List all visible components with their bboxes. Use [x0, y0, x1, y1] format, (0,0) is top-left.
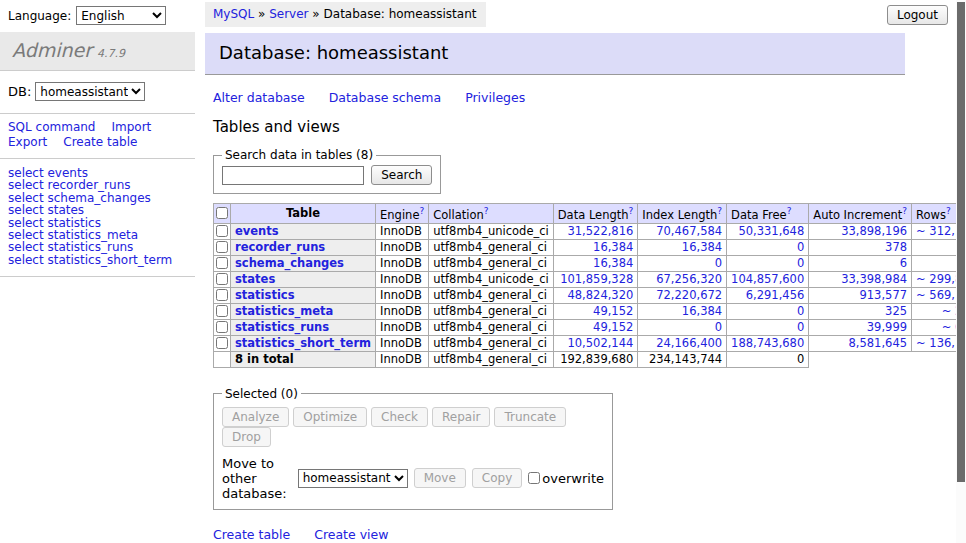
index-length-link[interactable]: 0 — [715, 320, 722, 334]
sidebar-action-import[interactable]: Import — [111, 120, 151, 134]
alter-database-link[interactable]: Alter database — [213, 90, 305, 105]
data-length-link[interactable]: 49,152 — [593, 304, 633, 318]
data-length-link[interactable]: 10,502,144 — [567, 336, 633, 350]
table-name-link-schema-changes[interactable]: schema_changes — [235, 256, 344, 270]
logout-button[interactable]: Logout — [887, 5, 948, 25]
analyze-button[interactable]: Analyze — [222, 407, 289, 427]
column-help-link[interactable]: ? — [946, 206, 951, 216]
breadcrumb-item-server[interactable]: Server — [269, 7, 308, 21]
sidebar-action-sql-command[interactable]: SQL command — [8, 120, 95, 134]
data-free-link[interactable]: 0 — [797, 256, 804, 270]
repair-button[interactable]: Repair — [432, 407, 490, 427]
scrollbar[interactable] — [956, 0, 966, 543]
sidebar-item-select-states[interactable]: select states — [8, 204, 187, 216]
sidebar-action-export[interactable]: Export — [8, 135, 47, 149]
search-input[interactable] — [222, 166, 364, 185]
index-length-link[interactable]: 16,384 — [682, 240, 722, 254]
sidebar-action-create-table[interactable]: Create table — [63, 135, 137, 149]
collation-cell: utf8mb4_general_ci — [429, 303, 554, 319]
data-free-link[interactable]: 188,743,680 — [731, 336, 804, 350]
column-help-link[interactable]: ? — [484, 206, 489, 216]
move-db-select[interactable]: homeassistant — [298, 469, 408, 488]
search-button[interactable]: Search — [371, 165, 432, 185]
create-view-link[interactable]: Create view — [314, 527, 388, 542]
sidebar-item-select-statistics-runs[interactable]: select statistics_runs — [8, 241, 187, 253]
collation-cell: utf8mb4_general_ci — [429, 287, 554, 303]
overwrite-checkbox[interactable] — [528, 472, 540, 484]
select-all-checkbox[interactable] — [216, 207, 228, 219]
data-length-link[interactable]: 49,152 — [593, 320, 633, 334]
index-length-link[interactable]: 67,256,320 — [656, 272, 722, 286]
table-name-link-recorder-runs[interactable]: recorder_runs — [235, 240, 325, 254]
data-free-link[interactable]: 6,291,456 — [746, 288, 805, 302]
total-label: 8 in total — [231, 351, 376, 367]
language-select[interactable]: English — [76, 6, 166, 25]
auto-increment-link[interactable]: 33,398,984 — [841, 272, 907, 286]
row-checkbox[interactable] — [216, 289, 228, 301]
data-free-cell: 0 — [727, 319, 809, 335]
column-help-link[interactable]: ? — [419, 206, 424, 216]
auto-increment-link[interactable]: 913,577 — [859, 288, 907, 302]
table-row: eventsInnoDButf8mb4_unicode_ci31,522,816… — [214, 223, 966, 239]
row-checkbox[interactable] — [216, 257, 228, 269]
column-label: Auto Increment — [813, 208, 902, 222]
table-name-link-events[interactable]: events — [235, 224, 279, 238]
sidebar-item-select-statistics-short-term[interactable]: select statistics_short_term — [8, 254, 187, 266]
data-length-link[interactable]: 101,859,328 — [560, 272, 633, 286]
index-length-link[interactable]: 70,467,584 — [656, 224, 722, 238]
data-length-cell: 48,824,320 — [553, 287, 638, 303]
index-length-link[interactable]: 16,384 — [682, 304, 722, 318]
table-name-link-statistics[interactable]: statistics — [235, 288, 295, 302]
language-row: Language: English — [0, 0, 195, 32]
table-name-link-statistics-meta[interactable]: statistics_meta — [235, 304, 333, 318]
auto-increment-link[interactable]: 8,581,645 — [849, 336, 908, 350]
row-checkbox[interactable] — [216, 305, 228, 317]
db-select[interactable]: homeassistant — [35, 82, 145, 101]
row-checkbox[interactable] — [216, 273, 228, 285]
data-free-link[interactable]: 0 — [797, 304, 804, 318]
optimize-button[interactable]: Optimize — [293, 407, 367, 427]
move-button[interactable]: Move — [414, 468, 466, 488]
index-length-link[interactable]: 24,166,400 — [656, 336, 722, 350]
sidebar-item-select-recorder-runs[interactable]: select recorder_runs — [8, 179, 187, 191]
data-free-link[interactable]: 50,331,648 — [738, 224, 804, 238]
database-schema-link[interactable]: Database schema — [329, 90, 441, 105]
data-length-link[interactable]: 16,384 — [593, 240, 633, 254]
table-name-link-states[interactable]: states — [235, 272, 275, 286]
column-help-link[interactable]: ? — [717, 206, 722, 216]
auto-increment-link[interactable]: 33,898,196 — [841, 224, 907, 238]
privileges-link[interactable]: Privileges — [465, 90, 525, 105]
check-button[interactable]: Check — [371, 407, 428, 427]
auto-increment-link[interactable]: 39,999 — [867, 320, 907, 334]
copy-button[interactable]: Copy — [472, 468, 522, 488]
truncate-button[interactable]: Truncate — [494, 407, 566, 427]
data-length-link[interactable]: 16,384 — [593, 256, 633, 270]
scrollbar-thumb[interactable] — [957, 2, 965, 482]
data-length-link[interactable]: 31,522,816 — [567, 224, 633, 238]
data-free-link[interactable]: 0 — [797, 320, 804, 334]
table-name-link-statistics-runs[interactable]: statistics_runs — [235, 320, 329, 334]
auto-increment-link[interactable]: 325 — [885, 304, 907, 318]
auto-increment-link[interactable]: 6 — [900, 256, 907, 270]
index-length-link[interactable]: 0 — [715, 256, 722, 270]
data-free-link[interactable]: 104,857,600 — [731, 272, 804, 286]
data-length-link[interactable]: 48,824,320 — [567, 288, 633, 302]
drop-button[interactable]: Drop — [222, 427, 271, 447]
create-table-link[interactable]: Create table — [213, 527, 290, 542]
search-legend: Search data in tables (8) — [222, 148, 376, 162]
table-name-link-statistics-short-term[interactable]: statistics_short_term — [235, 336, 371, 350]
row-checkbox[interactable] — [216, 337, 228, 349]
column-help-link[interactable]: ? — [902, 206, 907, 216]
breadcrumb-item-mysql[interactable]: MySQL — [213, 7, 254, 21]
data-free-link[interactable]: 0 — [797, 240, 804, 254]
data-free-cell: 104,857,600 — [727, 271, 809, 287]
column-help-link[interactable]: ? — [629, 206, 634, 216]
auto-increment-link[interactable]: 378 — [885, 240, 907, 254]
row-checkbox[interactable] — [216, 225, 228, 237]
index-length-link[interactable]: 72,220,672 — [656, 288, 722, 302]
row-checkbox[interactable] — [216, 241, 228, 253]
row-checkbox[interactable] — [216, 321, 228, 333]
overwrite-label[interactable]: overwrite — [542, 471, 604, 486]
language-label: Language: — [8, 9, 71, 23]
column-help-link[interactable]: ? — [787, 206, 792, 216]
